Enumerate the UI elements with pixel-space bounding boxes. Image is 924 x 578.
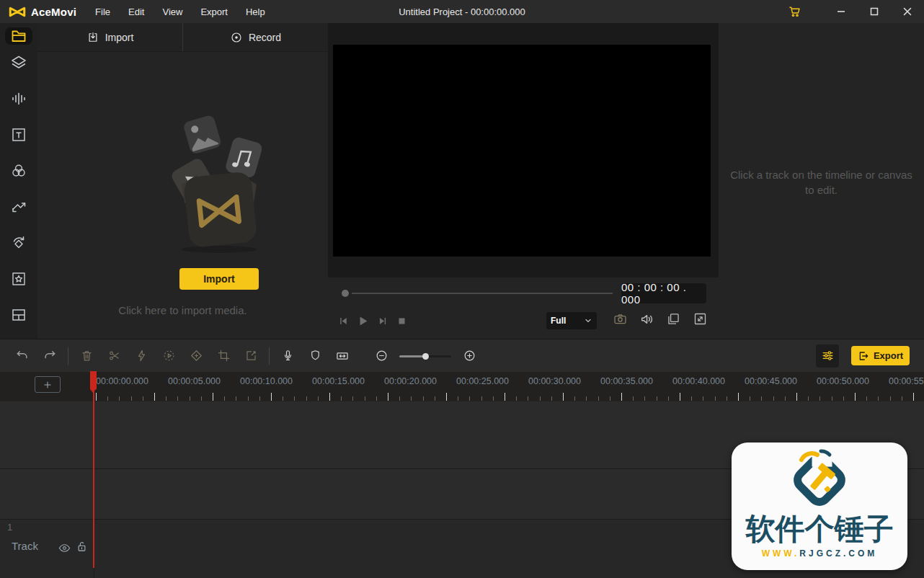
watermark-url: WWW.RJGCZ.COM — [762, 548, 878, 559]
ruler-label: 00:00:35.000 — [600, 376, 653, 386]
canvas-edit-button[interactable] — [237, 345, 265, 367]
close-button[interactable] — [891, 0, 924, 23]
playhead-line[interactable] — [93, 371, 94, 568]
import-button[interactable]: Import — [179, 268, 259, 290]
redo-button[interactable] — [36, 345, 63, 367]
undo-button[interactable] — [9, 345, 36, 367]
zoom-in-button[interactable] — [456, 345, 483, 367]
menu-file[interactable]: File — [95, 6, 110, 17]
timeline-ruler[interactable]: 00:00:00.000 00:00:05.000 00:00:10.000 0… — [94, 371, 924, 393]
cart-icon[interactable] — [778, 0, 812, 23]
previous-frame-button[interactable] — [334, 312, 353, 329]
minimize-button[interactable] — [825, 0, 858, 23]
export-settings-button[interactable] — [816, 344, 839, 368]
seek-handle[interactable] — [342, 290, 349, 297]
menu-export[interactable]: Export — [200, 6, 228, 17]
fullscreen-icon[interactable] — [692, 311, 708, 327]
watermark-title: 软件个锤子 — [746, 513, 894, 546]
text-icon — [10, 126, 27, 143]
ruler-label: 00:00:45.000 — [745, 376, 797, 386]
marker-button[interactable] — [301, 345, 329, 367]
app-logo: AceMovi — [9, 6, 76, 18]
sidebar-item-motion[interactable] — [10, 234, 27, 252]
ruler-ticks — [94, 393, 924, 401]
sidebar-item-text[interactable] — [10, 126, 27, 143]
sidebar-item-audio[interactable] — [10, 90, 27, 107]
volume-icon[interactable] — [639, 311, 655, 327]
delete-button[interactable] — [73, 345, 100, 367]
media-folder-icon — [10, 27, 27, 45]
play-button[interactable] — [353, 312, 373, 329]
media-panel: Import Record — [37, 23, 328, 339]
stop-button[interactable] — [392, 312, 412, 329]
ruler-label: 00:00:30.000 — [528, 376, 581, 386]
record-icon — [230, 31, 243, 44]
tab-record-label: Record — [249, 32, 281, 43]
menubar: File Edit View Export Help — [95, 6, 283, 17]
split-screen-icon — [10, 306, 27, 324]
snapshot-camera-icon[interactable] — [612, 311, 628, 327]
media-tabs: Import Record — [37, 23, 328, 52]
keyframe-add-button[interactable] — [182, 345, 210, 367]
duplicate-icon[interactable] — [665, 311, 682, 327]
export-button[interactable]: Export — [851, 346, 910, 365]
ruler-label: 00:00:25.000 — [456, 376, 509, 386]
timeline-toolbar: Export — [0, 339, 924, 372]
preview-zoom-value: Full — [551, 316, 584, 326]
ruler-label: 00:00:00.000 — [96, 376, 148, 386]
toolbar-separator — [68, 347, 68, 365]
menu-edit[interactable]: Edit — [128, 6, 144, 17]
seek-track[interactable] — [352, 293, 613, 294]
fit-timeline-button[interactable] — [329, 345, 356, 367]
watermark-card: 软件个锤子 WWW.RJGCZ.COM — [732, 443, 907, 570]
ruler-label: 00:00:50.000 — [817, 376, 869, 386]
timeline-zoom-slider[interactable] — [399, 345, 451, 367]
import-media-illustration — [147, 104, 291, 259]
video-canvas[interactable] — [333, 45, 711, 257]
tab-record[interactable]: Record — [182, 23, 328, 51]
preview-zoom-select[interactable]: Full — [546, 312, 597, 329]
tab-import-label: Import — [105, 32, 134, 43]
import-hint: Click here to import media. — [37, 304, 328, 316]
quick-split-button[interactable] — [128, 345, 155, 367]
track-name: Track — [12, 540, 38, 552]
zoom-out-button[interactable] — [368, 345, 395, 367]
menu-view[interactable]: View — [162, 6, 182, 17]
lock-open-icon[interactable] — [76, 541, 87, 553]
toolbar-separator — [269, 347, 270, 365]
sidebar-item-elements[interactable] — [10, 54, 27, 71]
ruler-label: 00:00:55.000 — [889, 376, 924, 386]
chevron-down-icon — [584, 316, 592, 325]
sidebar-item-transitions[interactable] — [10, 198, 27, 215]
motion-rotate-icon — [10, 234, 27, 252]
sidebar-item-effects[interactable] — [10, 270, 27, 288]
preview-controls-area: 00 : 00 : 00 . 000 Full — [328, 277, 719, 339]
cut-button[interactable] — [100, 345, 128, 367]
next-frame-button[interactable] — [373, 312, 392, 329]
maximize-button[interactable] — [858, 0, 891, 23]
seek-bar: 00 : 00 : 00 . 000 — [328, 280, 719, 305]
filters-circles-icon — [10, 162, 27, 179]
voiceover-mic-button[interactable] — [274, 345, 301, 367]
transitions-arrows-icon — [10, 198, 27, 215]
sidebar-item-split-screen[interactable] — [10, 306, 27, 324]
export-label: Export — [874, 350, 903, 361]
zoom-slider-thumb[interactable] — [422, 353, 429, 360]
menu-help[interactable]: Help — [246, 6, 265, 17]
audio-waveform-icon — [10, 90, 27, 107]
playhead-handle[interactable] — [90, 371, 97, 389]
sidebar-item-filters[interactable] — [10, 162, 27, 179]
crop-button[interactable] — [210, 345, 237, 367]
elements-layers-icon — [10, 54, 27, 71]
ruler-label: 00:00:20.000 — [384, 376, 437, 386]
add-track-button[interactable] — [35, 376, 61, 393]
ruler-label: 00:00:40.000 — [672, 376, 725, 386]
preview-panel: 00 : 00 : 00 . 000 Full — [328, 23, 719, 339]
speed-button[interactable] — [155, 345, 182, 367]
tab-import[interactable]: Import — [37, 23, 182, 51]
watermark-logo-icon — [780, 443, 859, 512]
sidebar-item-media[interactable] — [5, 27, 32, 45]
export-icon — [858, 350, 869, 362]
visibility-eye-icon[interactable] — [58, 541, 71, 555]
ruler-label: 00:00:10.000 — [240, 376, 293, 386]
